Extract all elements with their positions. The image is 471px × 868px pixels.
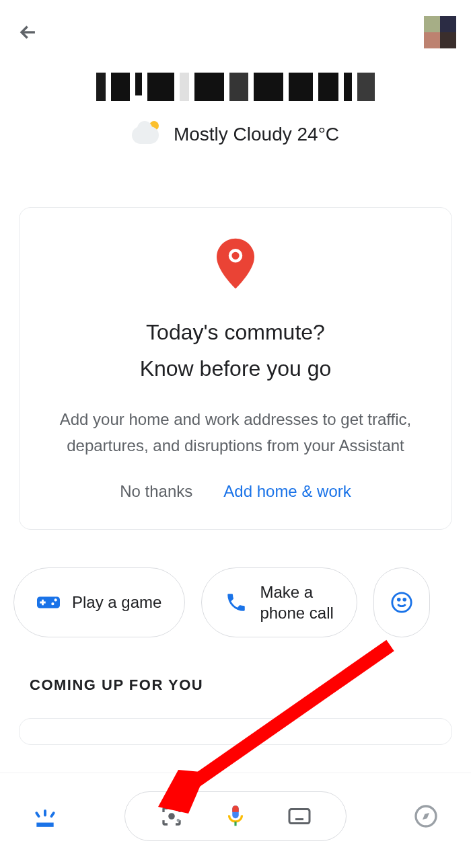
bottom-bar bbox=[0, 773, 471, 868]
back-arrow-icon bbox=[17, 21, 40, 44]
profile-avatar[interactable] bbox=[424, 16, 456, 48]
svg-point-3 bbox=[404, 598, 406, 600]
explore-button[interactable] bbox=[410, 801, 441, 832]
chip-label-line2: phone call bbox=[260, 602, 333, 623]
lens-button[interactable] bbox=[157, 801, 186, 831]
greeting: Mostly Cloudy 24°C bbox=[0, 73, 471, 149]
phone-icon bbox=[225, 591, 248, 614]
greeting-redacted-text bbox=[0, 73, 471, 101]
compass-icon bbox=[412, 803, 439, 830]
updates-icon bbox=[32, 803, 58, 829]
gamepad-icon bbox=[37, 591, 60, 614]
updates-button[interactable] bbox=[30, 801, 61, 832]
add-home-work-button[interactable]: Add home & work bbox=[223, 482, 351, 501]
smiley-icon bbox=[390, 591, 413, 614]
weather-row[interactable]: Mostly Cloudy 24°C bbox=[0, 120, 471, 149]
lens-icon bbox=[159, 804, 184, 828]
commute-card-title-1: Today's commute? bbox=[40, 314, 431, 350]
input-pill bbox=[124, 791, 347, 841]
svg-point-1 bbox=[392, 593, 411, 612]
weather-text: Mostly Cloudy 24°C bbox=[174, 124, 339, 145]
suggestion-chips: Play a game Make a phone call bbox=[13, 567, 471, 637]
commute-card: Today's commute? Know before you go Add … bbox=[19, 207, 452, 530]
top-bar bbox=[0, 0, 471, 55]
no-thanks-button[interactable]: No thanks bbox=[120, 482, 192, 501]
commute-card-title-2: Know before you go bbox=[40, 350, 431, 387]
upcoming-card-peek[interactable] bbox=[19, 718, 452, 745]
weather-icon bbox=[132, 120, 161, 149]
voice-button[interactable] bbox=[221, 801, 250, 831]
chip-label-line1: Make a bbox=[260, 582, 333, 602]
svg-rect-6 bbox=[289, 809, 310, 823]
keyboard-icon bbox=[287, 804, 312, 828]
coming-up-section-title: COMING UP FOR YOU bbox=[30, 676, 471, 694]
back-button[interactable] bbox=[15, 19, 42, 46]
mic-icon bbox=[223, 803, 248, 829]
commute-card-actions: No thanks Add home & work bbox=[40, 482, 431, 501]
keyboard-button[interactable] bbox=[285, 801, 314, 831]
chip-label: Play a game bbox=[72, 593, 161, 612]
location-pin-icon bbox=[40, 237, 431, 290]
chip-emoji[interactable] bbox=[373, 567, 430, 637]
svg-point-4 bbox=[169, 813, 176, 820]
svg-point-5 bbox=[177, 818, 180, 822]
commute-card-body: Add your home and work addresses to get … bbox=[40, 406, 431, 459]
chip-play-game[interactable]: Play a game bbox=[13, 567, 185, 637]
chip-phone-call[interactable]: Make a phone call bbox=[201, 567, 357, 637]
svg-point-2 bbox=[398, 598, 400, 600]
